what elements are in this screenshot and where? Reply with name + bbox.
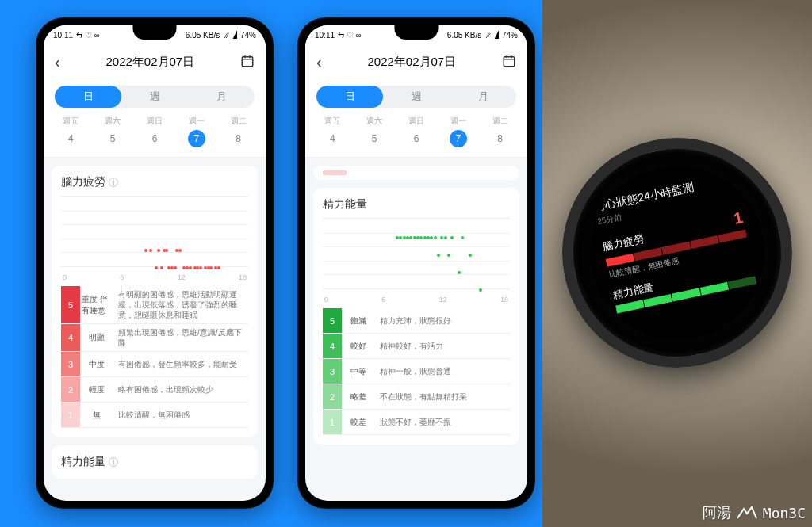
day-item[interactable]: 週二8 [217, 116, 259, 147]
range-tabs: 日 週 月 [44, 79, 266, 111]
watch-fatigue-label: 腦力疲勞 [602, 231, 645, 254]
day-item[interactable]: 週五4 [312, 116, 354, 147]
svg-rect-1 [504, 56, 515, 66]
status-battery: 74% [502, 31, 518, 40]
fatigue-chart [61, 196, 248, 267]
energy-legend: 5飽滿精力充沛，狀態很好 4較好精神較好，有活力 3中等精神一般，狀態普通 2略… [323, 308, 510, 435]
smartwatch: 身心狀態24小時監測 25分前 腦力疲勞 1 比較清醒，無困倦感 精力能量 [542, 116, 812, 389]
status-icons-left: ⇆ ♡ ∞ [338, 31, 362, 40]
status-net: 6.05 KB/s [186, 31, 220, 40]
tab-month[interactable]: 月 [450, 86, 516, 108]
day-picker: 週五4 週六5 週日6 週一7 週二8 [44, 111, 266, 158]
info-icon[interactable]: i [109, 457, 118, 467]
tab-week[interactable]: 週 [121, 86, 188, 108]
chart-axis: 061218 [323, 296, 510, 304]
phone-mockup-1: 10:11 ⇆ ♡ ∞ 6.05 KB/s ⫽ ◢ 74% ‹ 2022年02月… [36, 17, 274, 509]
status-battery: 74% [240, 31, 256, 40]
app-header: ‹ 2022年02月07日 [305, 44, 527, 79]
watermark-logo-icon [736, 506, 758, 520]
energy-title: 精力能量 [323, 197, 367, 212]
back-icon[interactable]: ‹ [55, 53, 60, 71]
day-item-selected[interactable]: 週一7 [437, 116, 479, 147]
fatigue-title: 腦力疲勞 [61, 175, 105, 189]
energy-card-peek: 精力能量 i [52, 445, 258, 479]
day-picker: 週五4 週六5 週日6 週一7 週二8 [305, 111, 527, 158]
energy-card: 精力能量 061218 5飽滿精力充沛，狀態很好 4較好精神較好，有活力 3中等… [313, 188, 519, 445]
fatigue-legend: 5重度 伴有睡意有明顯的困倦感，思維活動明顯遲緩，出現低落感，誘發了強烈的睡意，… [61, 286, 248, 428]
page-title: 2022年02月07日 [367, 55, 456, 70]
status-time: 10:11 [53, 31, 73, 40]
tab-week[interactable]: 週 [383, 86, 450, 108]
range-tabs: 日 週 月 [305, 79, 527, 111]
chart-axis: 061218 [61, 273, 248, 281]
watermark-text: 阿湯 [703, 503, 731, 522]
energy-title: 精力能量 [61, 455, 105, 469]
calendar-icon[interactable] [502, 54, 516, 71]
tab-month[interactable]: 月 [188, 86, 255, 108]
status-icons-left: ⇆ ♡ ∞ [76, 31, 100, 40]
back-icon[interactable]: ‹ [316, 53, 322, 71]
day-item[interactable]: 週日6 [396, 116, 438, 147]
day-item[interactable]: 週五4 [50, 116, 92, 147]
status-signal: ⫽ ◢ [485, 31, 499, 40]
svg-rect-0 [242, 56, 253, 66]
watch-face: 身心狀態24小時監測 25分前 腦力疲勞 1 比較清醒，無困倦感 精力能量 [574, 150, 781, 357]
info-icon[interactable]: i [109, 178, 118, 187]
day-item[interactable]: 週六5 [92, 116, 134, 147]
watch-photo-panel: 身心狀態24小時監測 25分前 腦力疲勞 1 比較清醒，無困倦感 精力能量 [542, 0, 812, 527]
day-item[interactable]: 週二8 [479, 116, 521, 147]
status-signal: ⫽ ◢ [223, 31, 237, 40]
tab-day[interactable]: 日 [316, 86, 383, 108]
watch-fatigue-value: 1 [732, 208, 745, 228]
calendar-icon[interactable] [240, 54, 255, 71]
day-item-selected[interactable]: 週一7 [175, 116, 217, 147]
notch [133, 25, 177, 40]
phone-mockup-2: 10:11 ⇆ ♡ ∞ 6.05 KB/s ⫽ ◢ 74% ‹ 2022年02月… [297, 17, 535, 509]
day-item[interactable]: 週六5 [354, 116, 396, 147]
page-title: 2022年02月07日 [105, 55, 194, 70]
watermark-brand: Mon3C [763, 505, 806, 521]
notch [395, 25, 439, 40]
fatigue-card: 腦力疲勞 i 061218 5重度 伴有睡意有明顯的困倦感，思維活動明顯遲緩，出… [52, 166, 258, 437]
tab-day[interactable]: 日 [55, 86, 121, 108]
status-time: 10:11 [315, 31, 335, 40]
day-item[interactable]: 週日6 [134, 116, 176, 147]
prev-card-peek [313, 166, 519, 180]
status-net: 6.05 KB/s [447, 31, 481, 40]
app-header: ‹ 2022年02月07日 [44, 44, 266, 79]
energy-chart [323, 218, 510, 289]
watermark: 阿湯 Mon3C [703, 503, 806, 522]
